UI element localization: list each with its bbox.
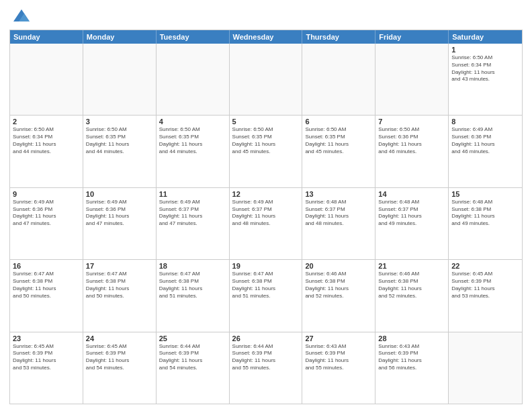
day-info: Sunrise: 6:49 AM Sunset: 6:36 PM Dayligh… xyxy=(451,126,519,155)
calendar-cell: 22Sunrise: 6:45 AM Sunset: 6:39 PM Dayli… xyxy=(449,260,522,331)
calendar: SundayMondayTuesdayWednesdayThursdayFrid… xyxy=(9,30,523,404)
day-info: Sunrise: 6:50 AM Sunset: 6:35 PM Dayligh… xyxy=(86,126,153,155)
day-info: Sunrise: 6:49 AM Sunset: 6:36 PM Dayligh… xyxy=(86,199,153,228)
day-number: 7 xyxy=(378,118,445,126)
calendar-cell: 10Sunrise: 6:49 AM Sunset: 6:36 PM Dayli… xyxy=(83,188,157,259)
day-number: 10 xyxy=(86,190,153,198)
day-info: Sunrise: 6:49 AM Sunset: 6:37 PM Dayligh… xyxy=(159,199,226,228)
calendar-cell xyxy=(375,44,449,115)
day-info: Sunrise: 6:46 AM Sunset: 6:38 PM Dayligh… xyxy=(378,271,445,300)
day-info: Sunrise: 6:50 AM Sunset: 6:35 PM Dayligh… xyxy=(232,126,300,155)
day-info: Sunrise: 6:45 AM Sunset: 6:39 PM Dayligh… xyxy=(13,343,80,372)
day-number: 24 xyxy=(86,334,153,342)
day-number: 20 xyxy=(305,262,372,270)
calendar-cell: 17Sunrise: 6:47 AM Sunset: 6:38 PM Dayli… xyxy=(83,260,157,331)
calendar-cell: 18Sunrise: 6:47 AM Sunset: 6:38 PM Dayli… xyxy=(157,260,230,331)
day-info: Sunrise: 6:50 AM Sunset: 6:35 PM Dayligh… xyxy=(159,126,226,155)
day-info: Sunrise: 6:48 AM Sunset: 6:37 PM Dayligh… xyxy=(378,199,445,228)
day-number: 16 xyxy=(13,262,80,270)
day-number: 11 xyxy=(159,190,226,198)
day-info: Sunrise: 6:50 AM Sunset: 6:34 PM Dayligh… xyxy=(451,54,519,83)
calendar-cell: 16Sunrise: 6:47 AM Sunset: 6:38 PM Dayli… xyxy=(10,260,83,331)
day-info: Sunrise: 6:49 AM Sunset: 6:37 PM Dayligh… xyxy=(232,199,300,228)
calendar-cell xyxy=(302,44,375,115)
weekday-header: Wednesday xyxy=(230,30,303,44)
calendar-cell: 4Sunrise: 6:50 AM Sunset: 6:35 PM Daylig… xyxy=(157,116,230,187)
day-info: Sunrise: 6:43 AM Sunset: 6:39 PM Dayligh… xyxy=(378,343,445,372)
day-info: Sunrise: 6:50 AM Sunset: 6:34 PM Dayligh… xyxy=(13,126,80,155)
calendar-cell: 7Sunrise: 6:50 AM Sunset: 6:36 PM Daylig… xyxy=(375,116,449,187)
calendar-header: SundayMondayTuesdayWednesdayThursdayFrid… xyxy=(10,30,522,44)
day-info: Sunrise: 6:47 AM Sunset: 6:38 PM Dayligh… xyxy=(86,271,153,300)
calendar-cell: 27Sunrise: 6:43 AM Sunset: 6:39 PM Dayli… xyxy=(302,332,375,404)
calendar-cell: 6Sunrise: 6:50 AM Sunset: 6:35 PM Daylig… xyxy=(302,116,375,187)
calendar-row: 23Sunrise: 6:45 AM Sunset: 6:39 PM Dayli… xyxy=(10,332,522,404)
day-number: 22 xyxy=(451,262,519,270)
day-number: 5 xyxy=(232,118,300,126)
weekday-header: Sunday xyxy=(10,30,83,44)
day-number: 18 xyxy=(159,262,226,270)
logo xyxy=(9,7,31,26)
day-info: Sunrise: 6:45 AM Sunset: 6:39 PM Dayligh… xyxy=(86,343,153,372)
day-number: 12 xyxy=(232,190,300,198)
day-info: Sunrise: 6:49 AM Sunset: 6:36 PM Dayligh… xyxy=(13,199,80,228)
calendar-cell: 24Sunrise: 6:45 AM Sunset: 6:39 PM Dayli… xyxy=(83,332,157,404)
calendar-cell: 14Sunrise: 6:48 AM Sunset: 6:37 PM Dayli… xyxy=(375,188,449,259)
calendar-cell xyxy=(449,332,522,404)
day-info: Sunrise: 6:43 AM Sunset: 6:39 PM Dayligh… xyxy=(305,343,372,372)
weekday-header: Monday xyxy=(83,30,157,44)
weekday-header: Tuesday xyxy=(157,30,230,44)
calendar-cell: 5Sunrise: 6:50 AM Sunset: 6:35 PM Daylig… xyxy=(230,116,303,187)
calendar-cell: 26Sunrise: 6:44 AM Sunset: 6:39 PM Dayli… xyxy=(230,332,303,404)
logo-icon xyxy=(12,7,31,26)
weekday-header: Saturday xyxy=(449,30,522,44)
calendar-row: 1Sunrise: 6:50 AM Sunset: 6:34 PM Daylig… xyxy=(10,44,522,115)
calendar-cell: 12Sunrise: 6:49 AM Sunset: 6:37 PM Dayli… xyxy=(230,188,303,259)
day-number: 2 xyxy=(13,118,80,126)
calendar-cell: 1Sunrise: 6:50 AM Sunset: 6:34 PM Daylig… xyxy=(449,44,522,115)
day-number: 23 xyxy=(13,334,80,342)
calendar-row: 16Sunrise: 6:47 AM Sunset: 6:38 PM Dayli… xyxy=(10,259,522,331)
calendar-body: 1Sunrise: 6:50 AM Sunset: 6:34 PM Daylig… xyxy=(10,44,522,404)
calendar-cell: 20Sunrise: 6:46 AM Sunset: 6:38 PM Dayli… xyxy=(302,260,375,331)
day-number: 21 xyxy=(378,262,445,270)
day-number: 26 xyxy=(232,334,300,342)
calendar-cell: 2Sunrise: 6:50 AM Sunset: 6:34 PM Daylig… xyxy=(10,116,83,187)
calendar-cell: 3Sunrise: 6:50 AM Sunset: 6:35 PM Daylig… xyxy=(83,116,157,187)
day-number: 19 xyxy=(232,262,300,270)
day-number: 6 xyxy=(305,118,372,126)
calendar-cell: 19Sunrise: 6:47 AM Sunset: 6:38 PM Dayli… xyxy=(230,260,303,331)
day-info: Sunrise: 6:45 AM Sunset: 6:39 PM Dayligh… xyxy=(451,271,519,300)
calendar-cell: 28Sunrise: 6:43 AM Sunset: 6:39 PM Dayli… xyxy=(375,332,449,404)
day-info: Sunrise: 6:47 AM Sunset: 6:38 PM Dayligh… xyxy=(232,271,300,300)
day-info: Sunrise: 6:47 AM Sunset: 6:38 PM Dayligh… xyxy=(159,271,226,300)
day-number: 25 xyxy=(159,334,226,342)
calendar-cell xyxy=(157,44,230,115)
day-number: 9 xyxy=(13,190,80,198)
day-info: Sunrise: 6:44 AM Sunset: 6:39 PM Dayligh… xyxy=(232,343,300,372)
day-number: 3 xyxy=(86,118,153,126)
day-number: 14 xyxy=(378,190,445,198)
calendar-cell xyxy=(10,44,83,115)
day-info: Sunrise: 6:48 AM Sunset: 6:38 PM Dayligh… xyxy=(451,199,519,228)
calendar-cell: 21Sunrise: 6:46 AM Sunset: 6:38 PM Dayli… xyxy=(375,260,449,331)
weekday-header: Friday xyxy=(375,30,449,44)
day-info: Sunrise: 6:48 AM Sunset: 6:37 PM Dayligh… xyxy=(305,199,372,228)
day-info: Sunrise: 6:44 AM Sunset: 6:39 PM Dayligh… xyxy=(159,343,226,372)
day-number: 17 xyxy=(86,262,153,270)
calendar-cell: 25Sunrise: 6:44 AM Sunset: 6:39 PM Dayli… xyxy=(157,332,230,404)
day-info: Sunrise: 6:50 AM Sunset: 6:36 PM Dayligh… xyxy=(378,126,445,155)
day-number: 1 xyxy=(451,46,519,54)
day-info: Sunrise: 6:50 AM Sunset: 6:35 PM Dayligh… xyxy=(305,126,372,155)
calendar-cell: 23Sunrise: 6:45 AM Sunset: 6:39 PM Dayli… xyxy=(10,332,83,404)
calendar-row: 2Sunrise: 6:50 AM Sunset: 6:34 PM Daylig… xyxy=(10,115,522,187)
calendar-cell: 8Sunrise: 6:49 AM Sunset: 6:36 PM Daylig… xyxy=(449,116,522,187)
weekday-header: Thursday xyxy=(302,30,375,44)
calendar-cell: 15Sunrise: 6:48 AM Sunset: 6:38 PM Dayli… xyxy=(449,188,522,259)
day-info: Sunrise: 6:46 AM Sunset: 6:38 PM Dayligh… xyxy=(305,271,372,300)
calendar-cell: 9Sunrise: 6:49 AM Sunset: 6:36 PM Daylig… xyxy=(10,188,83,259)
day-number: 8 xyxy=(451,118,519,126)
day-number: 27 xyxy=(305,334,372,342)
day-info: Sunrise: 6:47 AM Sunset: 6:38 PM Dayligh… xyxy=(13,271,80,300)
day-number: 15 xyxy=(451,190,519,198)
